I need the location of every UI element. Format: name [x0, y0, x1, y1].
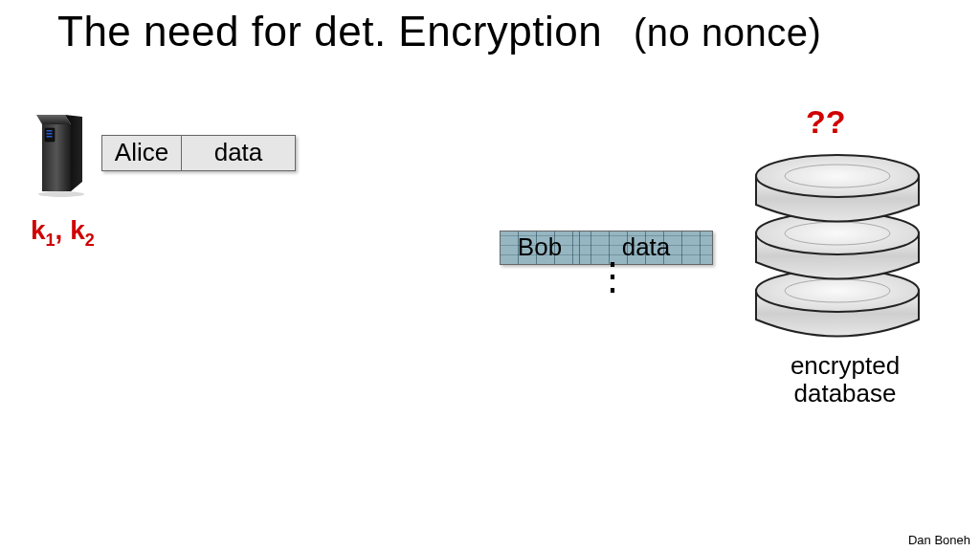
alice-record: Alice data	[101, 135, 296, 171]
db-label-line1: encrypted	[791, 351, 900, 380]
svg-marker-0	[36, 115, 71, 124]
keys-label: k1, k2	[31, 215, 95, 251]
question-marks: ??	[806, 103, 846, 141]
title-main: The need for det. Encryption	[57, 8, 602, 55]
server-icon	[36, 113, 90, 197]
database-label: encrypted database	[764, 352, 926, 407]
svg-rect-4	[47, 130, 53, 132]
author-credit: Dan Boneh	[908, 533, 970, 547]
svg-rect-5	[47, 133, 53, 135]
svg-point-7	[38, 191, 84, 197]
alice-name-cell: Alice	[102, 136, 182, 170]
database-icon	[746, 147, 928, 348]
title-note: (no nonce)	[634, 11, 821, 54]
bob-name-cell: Bob	[501, 231, 580, 264]
db-label-line2: database	[794, 379, 897, 408]
vertical-dots-icon: ⋮	[593, 268, 632, 283]
alice-data-cell: data	[182, 136, 295, 170]
svg-rect-6	[47, 136, 53, 138]
slide-title: The need for det. Encryption (no nonce)	[57, 8, 821, 55]
svg-point-12	[756, 155, 919, 197]
